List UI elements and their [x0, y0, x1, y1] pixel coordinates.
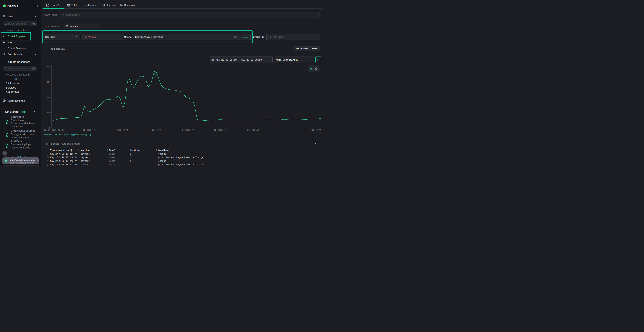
svg-text:12:30:00 PM: 12:30:00 PM	[83, 129, 96, 131]
svg-text:3:30:00 AM: 3:30:00 AM	[247, 129, 259, 131]
svg-text:May 26 9:00:00 AM: May 26 9:00:00 AM	[44, 129, 64, 131]
svg-text:9:00:00 AM: 9:00:00 AM	[310, 129, 321, 131]
svg-text:600M: 600M	[46, 66, 50, 68]
svg-text:12:30:00 AM: 12:30:00 AM	[214, 129, 227, 131]
svg-text:0: 0	[49, 127, 50, 129]
svg-text:maxIf(toFloat640..ng(Duration): maxIf(toFloat640..ng(Duration)))))	[47, 134, 91, 136]
svg-text:300M: 300M	[46, 96, 50, 98]
svg-text:450M: 450M	[46, 81, 50, 83]
svg-text:6:30:00 PM: 6:30:00 PM	[149, 129, 161, 131]
svg-text:9:30:00 PM: 9:30:00 PM	[182, 129, 194, 131]
svg-text:150M: 150M	[46, 112, 50, 114]
svg-text:3:30:00 PM: 3:30:00 PM	[116, 129, 128, 131]
